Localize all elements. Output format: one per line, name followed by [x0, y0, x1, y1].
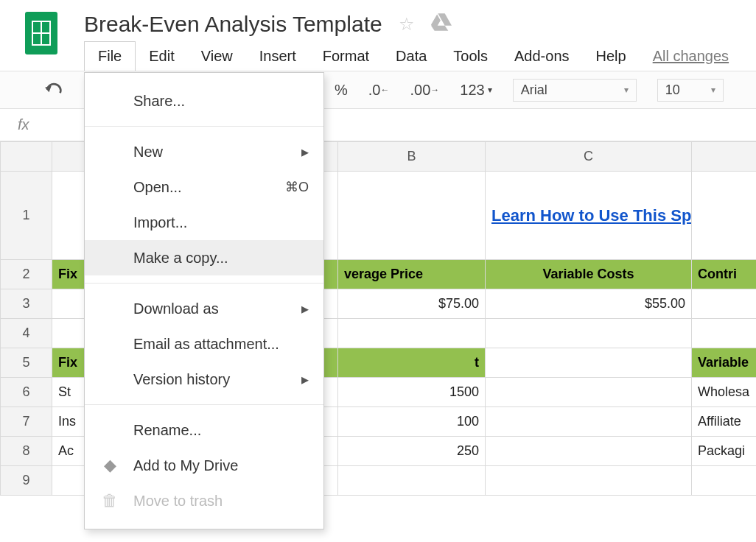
cell[interactable]: $55.00 — [486, 289, 692, 319]
shortcut-label: ⌘O — [285, 179, 309, 195]
cell[interactable]: 1500 — [338, 378, 486, 407]
separator — [85, 404, 323, 405]
file-version-history[interactable]: Version history▸ — [85, 362, 323, 397]
row-header[interactable]: 7 — [1, 407, 52, 437]
cell[interactable] — [692, 466, 757, 496]
file-rename[interactable]: Rename... — [85, 412, 323, 448]
menu-addons[interactable]: Add-ons — [501, 42, 583, 71]
cell[interactable]: Learn How to Use This Sp — [486, 172, 692, 260]
menu-file[interactable]: File — [84, 41, 136, 71]
row-header[interactable]: 9 — [1, 466, 52, 496]
file-open[interactable]: Open...⌘O — [85, 169, 323, 205]
file-share[interactable]: Share... — [85, 83, 323, 119]
col-header-B[interactable]: B — [338, 142, 486, 172]
submenu-arrow-icon: ▸ — [301, 300, 309, 317]
more-formats-button[interactable]: 123▾ — [449, 71, 502, 108]
increase-decimal-button[interactable]: .00→ — [399, 71, 449, 108]
learn-link[interactable]: Learn How to Use This Sp — [491, 206, 691, 225]
separator — [85, 283, 323, 284]
cell[interactable]: Variable Costs — [486, 260, 692, 289]
cell[interactable] — [692, 319, 757, 348]
cell[interactable] — [338, 466, 486, 496]
undo-button[interactable] — [34, 71, 74, 108]
cell[interactable] — [486, 466, 692, 496]
file-import[interactable]: Import... — [85, 205, 323, 240]
file-new[interactable]: New▸ — [85, 134, 323, 169]
cell[interactable]: Variable — [692, 348, 757, 378]
col-header-D[interactable] — [692, 142, 757, 172]
cell[interactable] — [486, 319, 692, 348]
font-select[interactable]: Arial▾ — [513, 79, 637, 102]
row-header[interactable]: 8 — [1, 437, 52, 466]
cell[interactable] — [486, 348, 692, 378]
menu-tools[interactable]: Tools — [440, 42, 501, 71]
menu-data[interactable]: Data — [382, 42, 440, 71]
file-menu-dropdown: Share... New▸ Open...⌘O Import... Make a… — [84, 72, 324, 529]
all-changes-saved[interactable]: All changes — [653, 48, 729, 65]
cell[interactable] — [338, 172, 486, 260]
submenu-arrow-icon: ▸ — [301, 143, 309, 161]
add-to-drive-icon[interactable] — [431, 13, 452, 36]
corner-cell[interactable] — [1, 142, 52, 172]
file-download-as[interactable]: Download as▸ — [85, 291, 323, 326]
row-header[interactable]: 4 — [1, 319, 52, 348]
cell[interactable] — [486, 437, 692, 466]
cell[interactable]: Affiliate — [692, 407, 757, 437]
cell[interactable]: $75.00 — [338, 289, 486, 319]
cell[interactable]: 100 — [338, 407, 486, 437]
file-move-to-trash: 🗑Move to trash — [85, 483, 323, 518]
file-email-attachment[interactable]: Email as attachment... — [85, 326, 323, 362]
menu-format[interactable]: Format — [309, 42, 382, 71]
row-header[interactable]: 5 — [1, 348, 52, 378]
row-header[interactable]: 1 — [1, 172, 52, 260]
menu-help[interactable]: Help — [583, 42, 640, 71]
menu-view[interactable]: View — [188, 42, 246, 71]
star-icon[interactable]: ☆ — [399, 14, 415, 35]
separator — [85, 126, 323, 127]
sheets-logo-icon[interactable] — [25, 12, 57, 54]
cell[interactable] — [486, 378, 692, 407]
font-size-select[interactable]: 10▾ — [657, 79, 724, 102]
cell[interactable]: t — [338, 348, 486, 378]
col-header-C[interactable]: C — [486, 142, 692, 172]
submenu-arrow-icon: ▸ — [301, 370, 309, 388]
format-percent-button[interactable]: % — [324, 71, 358, 108]
cell[interactable]: Contri — [692, 260, 757, 289]
cell[interactable] — [692, 172, 757, 260]
row-header[interactable]: 3 — [1, 289, 52, 319]
document-title[interactable]: Break-Even Analysis Template — [84, 12, 382, 37]
file-add-to-drive[interactable]: ◆Add to My Drive — [85, 448, 323, 483]
row-header[interactable]: 2 — [1, 260, 52, 289]
row-header[interactable]: 6 — [1, 378, 52, 407]
menu-edit[interactable]: Edit — [136, 42, 187, 71]
cell[interactable]: verage Price — [338, 260, 486, 289]
fx-label: fx — [18, 116, 29, 133]
decrease-decimal-button[interactable]: .0← — [358, 71, 400, 108]
menubar: File Edit View Insert Format Data Tools … — [84, 41, 729, 71]
menu-insert[interactable]: Insert — [246, 42, 309, 71]
cell[interactable] — [338, 319, 486, 348]
file-make-a-copy[interactable]: Make a copy... — [85, 240, 323, 275]
cell[interactable]: Wholesa — [692, 378, 757, 407]
drive-icon: ◆ — [99, 456, 120, 475]
cell[interactable]: Packagi — [692, 437, 757, 466]
cell[interactable] — [692, 289, 757, 319]
trash-icon: 🗑 — [99, 491, 120, 510]
cell[interactable]: 250 — [338, 437, 486, 466]
cell[interactable] — [486, 407, 692, 437]
